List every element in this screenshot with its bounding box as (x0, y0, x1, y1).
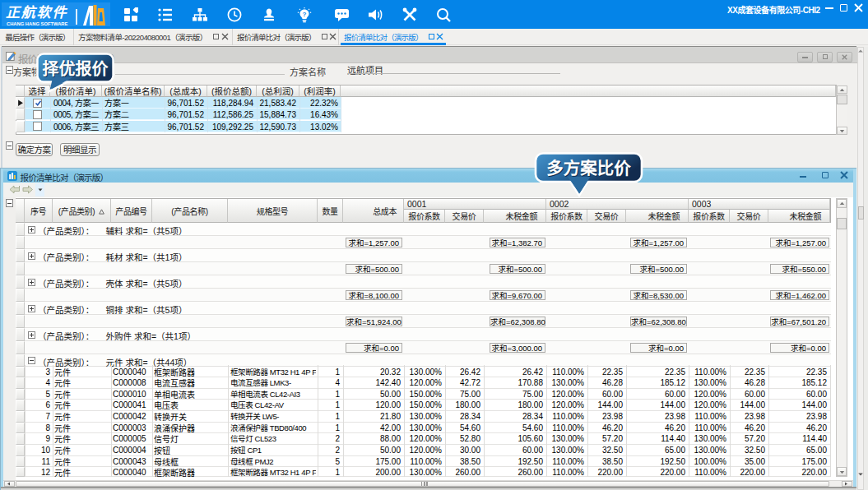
svg-text:多方案比价: 多方案比价 (546, 155, 631, 179)
svg-text:择优报价: 择优报价 (43, 56, 109, 80)
svg-text:?: ? (303, 8, 307, 17)
